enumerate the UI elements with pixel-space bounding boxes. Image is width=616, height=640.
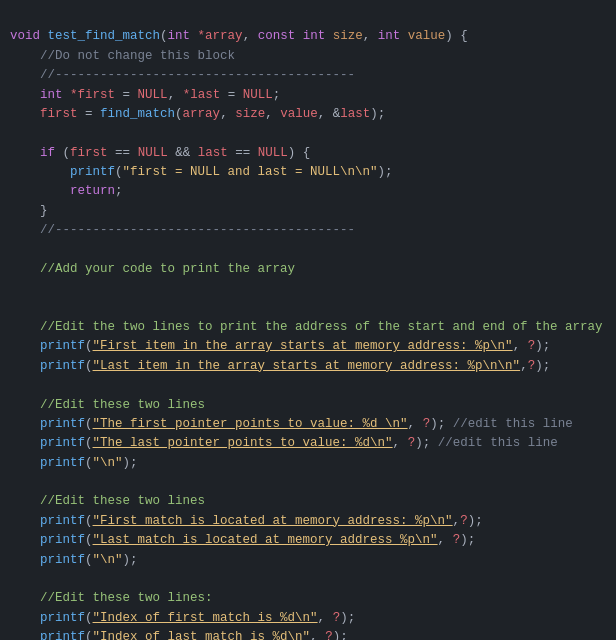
line-3: //--------------------------------------…	[10, 68, 355, 82]
line-13: printf("First item in the array starts a…	[10, 339, 550, 353]
code-editor: void test_find_match(int *array, const i…	[0, 0, 616, 640]
line-15: //Edit these two lines	[10, 398, 205, 412]
line-19: //Edit these two lines	[10, 494, 205, 508]
line-5: first = find_match(array, size, value, &…	[10, 107, 385, 121]
line-24: printf("Index of first match is %d\n", ?…	[10, 611, 355, 625]
line-21: printf("Last match is located at memory …	[10, 533, 475, 547]
line-1: void test_find_match(int *array, const i…	[10, 29, 468, 43]
line-20: printf("First match is located at memory…	[10, 514, 483, 528]
line-9: }	[10, 204, 48, 218]
line-22: printf("\n");	[10, 553, 138, 567]
line-12: //Edit the two lines to print the addres…	[10, 320, 603, 334]
line-4: int *first = NULL, *last = NULL;	[10, 88, 280, 102]
line-14: printf("Last item in the array starts at…	[10, 359, 550, 373]
line-16: printf("The first pointer points to valu…	[10, 417, 573, 431]
line-23: //Edit these two lines:	[10, 591, 213, 605]
line-6: if (first == NULL && last == NULL) {	[10, 146, 310, 160]
line-2: //Do not change this block	[10, 49, 235, 63]
line-10: //--------------------------------------…	[10, 223, 355, 237]
line-7: printf("first = NULL and last = NULL\n\n…	[10, 165, 393, 179]
line-11: //Add your code to print the array	[10, 262, 295, 276]
line-18: printf("\n");	[10, 456, 138, 470]
line-17: printf("The last pointer points to value…	[10, 436, 558, 450]
line-25: printf("Index of last match is %d\n", ?)…	[10, 630, 348, 640]
line-8: return;	[10, 184, 123, 198]
